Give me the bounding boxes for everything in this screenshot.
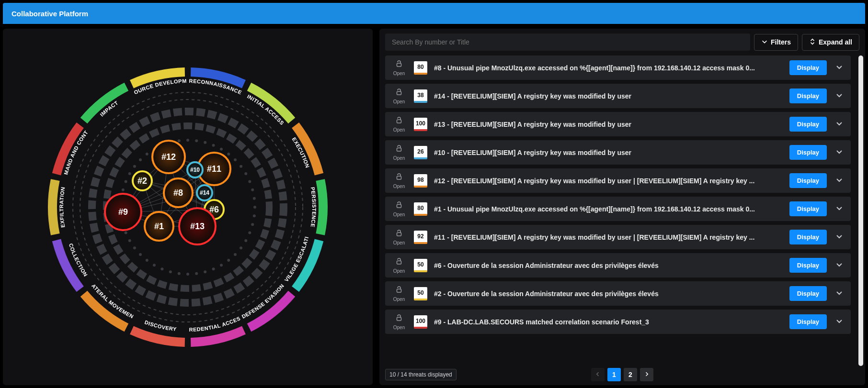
threat-panel-header: Filters Expand all xyxy=(379,29,865,55)
threat-row[interactable]: Open50#2 - Ouverture de la session Admin… xyxy=(385,281,851,306)
threat-bubble[interactable]: #13 xyxy=(179,208,216,244)
tactic-arc[interactable] xyxy=(52,122,84,175)
page-next-button[interactable] xyxy=(640,368,653,381)
threat-bubble[interactable]: #2 xyxy=(133,171,152,190)
threat-row[interactable]: Open80#8 - Unusual pipe MnozUlzq.exe acc… xyxy=(385,55,851,80)
display-button[interactable]: Display xyxy=(789,230,827,244)
svg-point-26 xyxy=(204,270,206,273)
expand-row-button[interactable] xyxy=(834,316,845,328)
threat-bubble[interactable]: #14 xyxy=(197,185,212,200)
expand-row-button[interactable] xyxy=(834,147,845,158)
svg-rect-65 xyxy=(397,148,401,151)
scrollbar[interactable] xyxy=(858,55,863,366)
tactic-arc[interactable] xyxy=(48,179,60,235)
threat-bubble[interactable]: #12 xyxy=(152,141,185,173)
threat-row[interactable]: Open50#6 - Ouverture de la session Admin… xyxy=(385,253,851,277)
threat-bubble[interactable]: #8 xyxy=(164,178,193,207)
pagination: 12 xyxy=(591,368,653,381)
expand-all-button[interactable]: Expand all xyxy=(802,34,859,51)
threat-row[interactable]: Open100#9 - LAB-DC.LAB.SECOURS matched c… xyxy=(385,310,851,334)
radial-visualisation[interactable]: RECONNAISSANCEINITIAL ACCESSEXECUTIONPER… xyxy=(34,54,341,360)
tactic-arc[interactable] xyxy=(191,67,246,88)
svg-point-52 xyxy=(152,141,185,173)
expand-row-button[interactable] xyxy=(834,90,845,102)
threat-row[interactable]: Open80#1 - Unusual pipe MnozUlzq.exe acc… xyxy=(385,197,851,221)
svg-point-17 xyxy=(253,214,256,217)
status-text: Open xyxy=(393,240,405,245)
svg-point-25 xyxy=(212,267,215,270)
svg-rect-71 xyxy=(397,317,401,321)
display-button[interactable]: Display xyxy=(789,60,827,75)
display-button[interactable]: Display xyxy=(789,89,827,103)
filters-button[interactable]: Filters xyxy=(754,34,798,51)
score-badge: 100 xyxy=(414,118,427,131)
display-button[interactable]: Display xyxy=(789,201,827,216)
svg-rect-70 xyxy=(397,289,401,292)
svg-point-36 xyxy=(128,239,131,242)
expand-row-button[interactable] xyxy=(834,175,845,187)
expand-row-button[interactable] xyxy=(834,288,845,299)
tactic-arc[interactable] xyxy=(80,82,128,123)
svg-point-15 xyxy=(253,197,256,200)
svg-point-10 xyxy=(234,158,237,161)
expand-collapse-icon xyxy=(809,38,816,46)
score-badge: 92 xyxy=(414,231,427,244)
chevron-down-icon xyxy=(835,233,843,242)
expand-row-button[interactable] xyxy=(834,232,845,243)
display-button[interactable]: Display xyxy=(789,173,827,188)
expand-row-button[interactable] xyxy=(834,62,845,74)
tactic-arc[interactable] xyxy=(130,326,185,346)
filters-button-label: Filters xyxy=(771,38,791,46)
threat-bubble[interactable]: #1 xyxy=(145,212,173,241)
svg-point-9 xyxy=(227,152,230,155)
chevron-left-icon xyxy=(595,371,601,378)
display-button[interactable]: Display xyxy=(789,258,827,273)
threat-row[interactable]: Open92#11 - [REVEELIUM][SIEM] A registry… xyxy=(385,225,851,249)
svg-point-29 xyxy=(178,272,181,275)
svg-rect-68 xyxy=(397,233,401,236)
page-number-button[interactable]: 2 xyxy=(624,368,637,381)
threat-row[interactable]: Open38#14 - [REVEELIUM][SIEM] A registry… xyxy=(385,84,851,108)
display-button[interactable]: Display xyxy=(789,286,827,301)
open-lock-icon xyxy=(395,88,403,98)
tactic-arc[interactable] xyxy=(247,290,295,331)
tactic-arc[interactable] xyxy=(292,239,323,291)
tactic-arc[interactable] xyxy=(130,67,185,88)
svg-point-37 xyxy=(125,231,127,234)
display-button[interactable]: Display xyxy=(789,117,827,132)
threat-bubble[interactable]: #10 xyxy=(187,162,203,177)
tactic-arc[interactable] xyxy=(191,326,246,346)
tactic-arc[interactable] xyxy=(52,239,84,291)
display-button[interactable]: Display xyxy=(789,145,827,160)
svg-point-43 xyxy=(125,180,127,183)
open-lock-icon xyxy=(395,116,403,126)
chevron-down-icon xyxy=(835,317,843,326)
tactic-arc[interactable] xyxy=(247,82,295,123)
open-lock-icon xyxy=(395,200,403,211)
svg-point-28 xyxy=(186,273,189,276)
threat-row[interactable]: Open26#10 - [REVEELIUM][SIEM] A registry… xyxy=(385,140,851,165)
status-cell: Open xyxy=(391,172,407,189)
expand-row-button[interactable] xyxy=(834,260,845,271)
chevron-down-icon xyxy=(835,204,843,213)
threat-bubble[interactable]: #9 xyxy=(105,194,141,230)
chevron-down-icon xyxy=(835,289,843,298)
tactic-arc[interactable] xyxy=(316,179,328,235)
display-button[interactable]: Display xyxy=(789,314,827,329)
threat-counter: 10 / 14 threats displayed xyxy=(385,369,457,380)
expand-row-button[interactable] xyxy=(834,203,845,215)
svg-rect-63 xyxy=(397,91,401,95)
threat-row[interactable]: Open100#13 - [REVEELIUM][SIEM] A registr… xyxy=(385,112,851,136)
svg-point-8 xyxy=(220,147,223,150)
threat-row[interactable]: Open98#12 - [REVEELIUM][SIEM] A registry… xyxy=(385,168,851,193)
page-number-button[interactable]: 1 xyxy=(607,368,621,381)
tactic-arc[interactable] xyxy=(292,122,323,175)
expand-row-button[interactable] xyxy=(834,119,845,130)
search-input[interactable] xyxy=(385,33,750,51)
status-text: Open xyxy=(393,99,405,104)
chevron-down-icon xyxy=(835,148,843,157)
tactic-arc[interactable] xyxy=(80,290,128,331)
page-prev-button[interactable] xyxy=(591,368,605,381)
threat-list[interactable]: Open80#8 - Unusual pipe MnozUlzq.exe acc… xyxy=(379,55,865,366)
svg-point-20 xyxy=(244,239,247,242)
